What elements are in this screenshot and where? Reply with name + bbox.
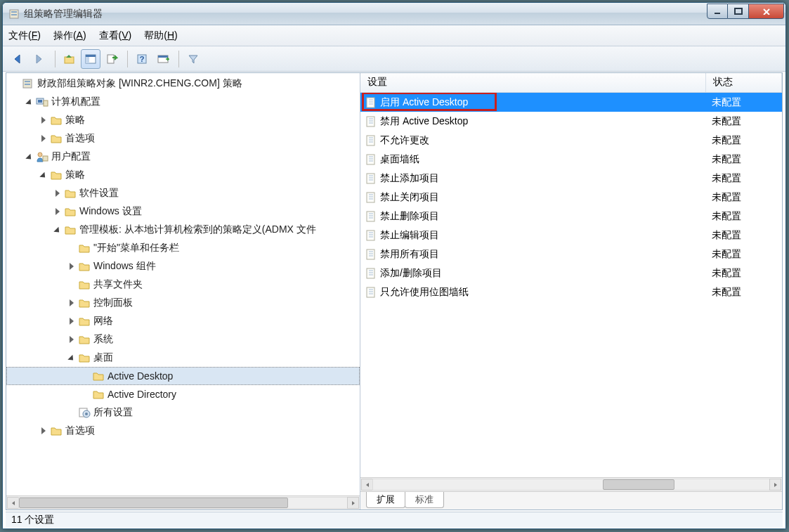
tree-item[interactable]: 策略 [6, 111, 360, 129]
list-row[interactable]: 桌面墙纸未配置 [360, 150, 782, 169]
export-button[interactable] [102, 49, 122, 69]
list-body[interactable]: 启用 Active Desktop未配置禁用 Active Desktop未配置… [360, 93, 782, 477]
tab-extended[interactable]: 扩展 [366, 492, 405, 508]
content-area: 财政部组策略对象 [WINR2.CHENG.COM] 策略计算机配置策略首选项用… [6, 72, 783, 510]
filter-button[interactable] [183, 49, 203, 69]
svg-text:?: ? [140, 55, 145, 63]
help-button[interactable]: ? [132, 49, 152, 69]
collapse-icon[interactable] [53, 225, 63, 235]
list-row-state: 未配置 [712, 248, 782, 261]
close-button[interactable] [749, 4, 784, 19]
tree-root[interactable]: 财政部组策略对象 [WINR2.CHENG.COM] 策略 [6, 74, 360, 93]
list-row-state: 未配置 [712, 191, 782, 204]
expand-icon[interactable] [39, 134, 48, 143]
svg-rect-67 [367, 287, 374, 297]
svg-rect-21 [44, 100, 48, 106]
list-row-state: 未配置 [712, 134, 782, 147]
menu-h[interactable]: 帮助(H) [144, 30, 177, 42]
no-expand [67, 408, 77, 417]
policy-icon [365, 116, 377, 127]
list-row[interactable]: 禁止添加项目未配置 [360, 169, 782, 188]
tree-item[interactable]: Active Directory [6, 385, 360, 403]
tree-item-label: 软件设置 [79, 187, 119, 200]
tree-item[interactable]: 所有设置 [6, 403, 360, 422]
menu-a[interactable]: 操作(A) [53, 30, 86, 42]
tree-item[interactable]: 共享文件夹 [6, 275, 360, 294]
forward-button[interactable] [30, 49, 49, 69]
expand-icon[interactable] [39, 115, 48, 125]
tree-item[interactable]: 计算机配置 [6, 93, 360, 111]
collapse-icon[interactable] [25, 97, 34, 107]
expand-icon[interactable] [67, 335, 77, 344]
folder-icon [50, 425, 63, 436]
list-row-state: 未配置 [712, 96, 782, 109]
folder-icon [64, 224, 77, 235]
folder-icon [50, 115, 63, 126]
app-icon [8, 8, 20, 20]
tree-item[interactable]: 网络 [6, 312, 360, 330]
tree-item[interactable]: 桌面 [6, 349, 360, 367]
menu-v[interactable]: 查看(V) [99, 30, 132, 42]
tree-item[interactable]: "开始"菜单和任务栏 [6, 239, 360, 257]
maximize-button[interactable] [728, 4, 749, 19]
svg-rect-27 [367, 98, 374, 108]
list-row[interactable]: 启用 Active Desktop未配置 [360, 93, 782, 112]
column-state[interactable]: 状态 [706, 73, 782, 92]
expand-icon[interactable] [39, 426, 48, 436]
list-h-scrollbar[interactable] [360, 477, 782, 491]
collapse-icon[interactable] [39, 170, 48, 180]
list-row[interactable]: 添加/删除项目未配置 [360, 264, 782, 283]
policy-icon [365, 192, 377, 203]
collapse-icon[interactable] [25, 152, 34, 162]
list-row[interactable]: 禁用 Active Desktop未配置 [360, 112, 782, 131]
list-row[interactable]: 不允许更改未配置 [360, 131, 782, 150]
list-row-label: 添加/删除项目 [380, 267, 712, 280]
expand-icon[interactable] [67, 316, 77, 326]
expand-icon[interactable] [67, 298, 77, 308]
no-expand [81, 371, 91, 381]
tab-standard[interactable]: 标准 [405, 492, 444, 508]
folder-icon [92, 389, 105, 400]
tree-item[interactable]: 管理模板: 从本地计算机检索到的策略定义(ADMX 文件 [6, 221, 360, 239]
expand-icon[interactable] [53, 207, 63, 216]
list-row[interactable]: 禁用所有项目未配置 [360, 245, 782, 264]
expand-icon[interactable] [67, 261, 77, 271]
tree-item[interactable]: Windows 组件 [6, 257, 360, 275]
list-row[interactable]: 禁止编辑项目未配置 [360, 226, 782, 245]
expand-icon[interactable] [53, 188, 63, 198]
folder-icon [78, 261, 91, 272]
list-row[interactable]: 禁止删除项目未配置 [360, 207, 782, 226]
list-row-label: 桌面墙纸 [380, 153, 712, 166]
menu-f[interactable]: 文件(F) [8, 30, 41, 42]
up-folder-button[interactable] [60, 49, 79, 69]
tree-view[interactable]: 财政部组策略对象 [WINR2.CHENG.COM] 策略计算机配置策略首选项用… [6, 73, 360, 495]
column-name[interactable]: 设置 [360, 73, 706, 92]
titlebar[interactable]: 组策略管理编辑器 [3, 3, 785, 25]
collapse-icon[interactable] [67, 353, 77, 363]
list-row[interactable]: 禁止关闭项目未配置 [360, 188, 782, 207]
tree-item[interactable]: Windows 设置 [6, 202, 360, 221]
tree-item-label: 策略 [65, 169, 85, 181]
list-header[interactable]: 设置 状态 [360, 73, 782, 93]
tree-item[interactable]: 首选项 [6, 129, 360, 148]
properties-button[interactable] [153, 49, 173, 69]
svg-rect-43 [367, 174, 374, 183]
tree-item[interactable]: 用户配置 [6, 148, 360, 166]
tree-item[interactable]: 系统 [6, 330, 360, 349]
back-button[interactable] [8, 49, 28, 69]
tree-item[interactable]: Active Desktop [6, 367, 360, 385]
tree-item[interactable]: 控制面板 [6, 294, 360, 312]
tree-h-scrollbar[interactable] [6, 495, 360, 510]
policy-icon [365, 154, 377, 165]
tree-item[interactable]: 软件设置 [6, 184, 360, 202]
list-row-label: 不允许更改 [380, 134, 712, 147]
show-tree-button[interactable] [81, 49, 100, 69]
policy-icon [365, 135, 377, 146]
minimize-button[interactable] [707, 4, 728, 19]
policy-icon [365, 97, 377, 108]
tree-item[interactable]: 策略 [6, 166, 360, 184]
list-row[interactable]: 只允许使用位图墙纸未配置 [360, 283, 782, 301]
tree-item-label: 计算机配置 [51, 96, 100, 108]
tree-item[interactable]: 首选项 [6, 422, 360, 440]
svg-rect-10 [86, 55, 96, 57]
